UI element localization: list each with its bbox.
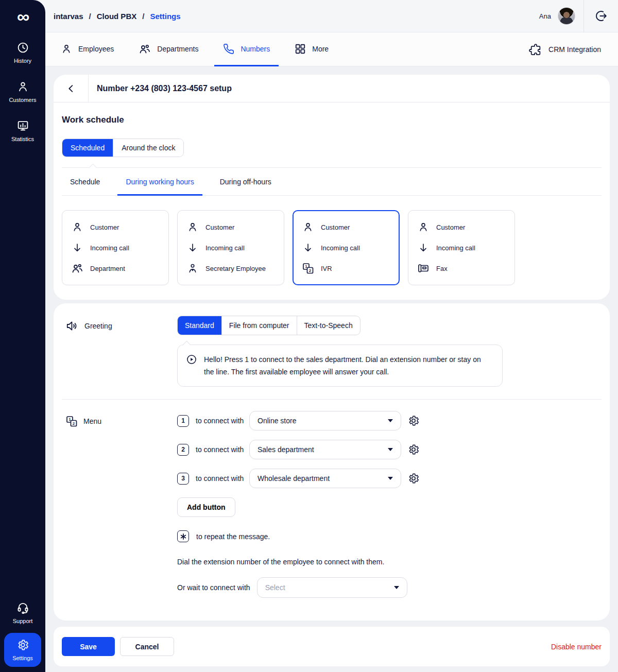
number-setup-header: Number +234 (803) 123-4567 setup [54,75,610,102]
sidebar-item-customers[interactable]: Customers [3,75,42,109]
tab-label: Employees [78,45,114,53]
incoming-call-arrow-icon [186,242,199,253]
page-title: Number +234 (803) 123-4567 setup [89,75,232,102]
key-badge: 2 [177,444,189,456]
chevron-down-icon [388,477,393,480]
history-clock-icon [16,41,29,54]
breadcrumb-separator: / [89,12,91,21]
tab-schedule[interactable]: Schedule [62,168,108,196]
disable-number-link[interactable]: Disable number [551,643,602,651]
flow-step-label: IVR [321,265,332,272]
crm-label: CRM Integration [548,45,601,54]
key-badge: 3 [177,473,189,485]
back-button[interactable] [54,75,89,102]
sidebar-item-label: History [14,58,31,64]
flow-step-label: Incoming call [436,244,475,252]
headset-icon [16,601,29,614]
tab-numbers[interactable]: Numbers [214,32,279,66]
sidebar-item-statistics[interactable]: Statistics [3,114,42,148]
flow-step-label: Customer [436,223,465,231]
content: Number +234 (803) 123-4567 setup Work sc… [45,66,618,672]
selected-value: Sales department [258,445,388,454]
sidebar-item-label: Statistics [11,136,34,142]
customer-icon [417,221,430,233]
selected-value: Wholesale department [258,474,388,483]
chevron-left-icon [65,83,77,94]
flow-card-fax[interactable]: Customer Incoming call [408,210,515,285]
logo-button[interactable]: ∞ [0,0,45,33]
flow-step-label: Customer [205,223,234,231]
play-button[interactable] [186,354,197,365]
destination-select-1[interactable]: Online store [249,411,401,430]
save-button[interactable]: Save [62,637,115,656]
flow-card-department[interactable]: Customer Incoming call [62,210,169,285]
user-menu[interactable]: Ana [539,7,575,25]
flow-card-secretary[interactable]: Customer Incoming call [177,210,284,285]
main-area: intarvas / Cloud PBX / Settings Ana [45,0,618,672]
chevron-down-icon [394,586,399,589]
logout-button[interactable] [584,9,618,23]
statistics-monitor-icon [16,119,29,132]
menu-row-2: 2 to connect with Sales department [177,440,602,459]
avatar [558,7,575,25]
tab-employees[interactable]: Employees [52,32,123,66]
greeting-source-tabs: Standard File from computer Text-to-Spee… [177,316,360,335]
number-setup-card: Number +234 (803) 123-4567 setup Work sc… [54,75,610,300]
breadcrumb-current[interactable]: Settings [150,12,180,21]
puzzle-icon [528,43,542,56]
breadcrumb-separator: / [142,12,144,21]
schedule-mode-toggle: Scheduled Around the clock [62,139,184,157]
work-schedule-title: Work schedule [62,115,602,125]
tab-label: More [312,45,329,53]
row-settings-button[interactable] [407,472,420,485]
destination-select-2[interactable]: Sales department [249,440,401,459]
app-root: ∞ History Customers Statistics [0,0,618,672]
sidebar-item-history[interactable]: History [3,36,42,70]
row-settings-button[interactable] [407,414,420,427]
greeting-tab-file[interactable]: File from computer [221,316,297,335]
wait-connect-row: Or wait to connect with Select [177,577,602,598]
phone-icon [223,43,234,55]
ivr-icon: 12 [301,262,315,274]
sidebar-item-settings[interactable]: Settings [4,633,41,667]
menu-section: 12 Menu 1 to connect with Online stor [62,411,602,598]
add-button[interactable]: Add button [177,497,235,517]
customer-icon [301,221,315,233]
tab-departments[interactable]: Departments [130,32,207,66]
section-divider [62,399,602,400]
flow-step-label: Secretary Employee [205,265,266,272]
topbar: intarvas / Cloud PBX / Settings Ana [45,0,618,32]
repeat-row: to repeat the message. [177,530,602,542]
call-flow-options: Customer Incoming call [62,210,602,285]
greeting-label: Greeting [84,322,112,330]
customer-icon [71,221,84,233]
gear-icon [16,639,29,651]
greeting-tab-standard[interactable]: Standard [178,316,221,335]
svg-text:2: 2 [309,268,312,273]
menu-label: Menu [83,417,101,425]
tab-during-working-hours[interactable]: During working hours [117,168,202,196]
flow-card-ivr[interactable]: Customer Incoming call 12 [293,210,400,285]
wait-destination-select[interactable]: Select [257,577,407,598]
schedule-tabs: Schedule During working hours During off… [62,168,602,196]
crm-integration-link[interactable]: CRM Integration [528,32,601,66]
toggle-around-the-clock[interactable]: Around the clock [113,139,183,157]
sidebar-item-support[interactable]: Support [3,596,42,630]
tab-more[interactable]: More [286,32,337,66]
row-settings-button[interactable] [407,443,420,456]
destination-select-3[interactable]: Wholesale department [249,469,401,488]
flow-step-label: Incoming call [321,244,360,252]
flow-step-label: Customer [90,223,119,231]
greeting-message-text: Hello! Press 1 to connect to the sales d… [204,353,491,378]
flow-step-label: Incoming call [90,244,129,252]
toggle-scheduled[interactable]: Scheduled [62,139,113,157]
cancel-button[interactable]: Cancel [120,637,174,656]
tab-during-off-hours[interactable]: During off-hours [212,168,280,196]
breadcrumb-product[interactable]: Cloud PBX [97,12,137,21]
speaker-icon [65,319,79,333]
breadcrumb-org[interactable]: intarvas [54,12,83,21]
connect-with-label: to connect with [196,445,249,454]
user-name: Ana [539,12,551,20]
greeting-tab-tts[interactable]: Text-to-Speech [297,316,360,335]
sidebar-item-label: Settings [12,655,33,661]
